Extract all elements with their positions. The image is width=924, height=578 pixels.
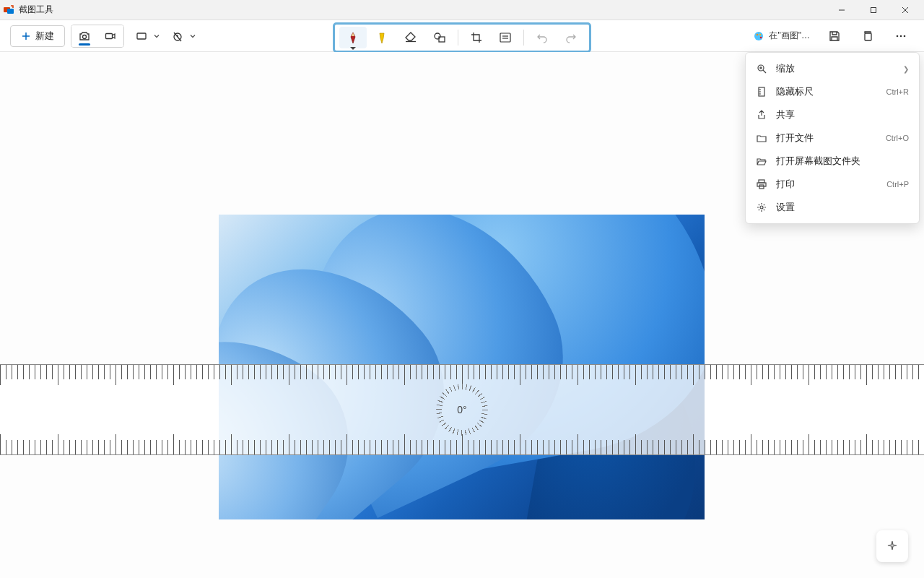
menu-item-open-screenshots-folder[interactable]: 打开屏幕截图文件夹 bbox=[746, 150, 919, 173]
svg-point-20 bbox=[754, 32, 763, 40]
more-button[interactable] bbox=[888, 25, 914, 47]
redo-button[interactable] bbox=[557, 27, 585, 48]
svg-rect-36 bbox=[759, 180, 764, 183]
svg-point-15 bbox=[435, 33, 440, 39]
ruler[interactable]: 0° bbox=[0, 364, 924, 455]
svg-rect-17 bbox=[500, 33, 510, 42]
ruler-angle-label: 0° bbox=[436, 384, 488, 436]
menu-item-hide-ruler[interactable]: 隐藏标尺 Ctrl+R bbox=[746, 80, 919, 103]
sparkle-icon bbox=[885, 539, 899, 553]
menu-item-label: 打开文件 bbox=[776, 131, 814, 144]
menu-item-zoom[interactable]: 缩放 ❯ bbox=[746, 57, 919, 80]
gear-icon bbox=[756, 202, 767, 213]
folder-icon bbox=[756, 132, 767, 144]
pen-tool-button[interactable] bbox=[339, 27, 367, 48]
app-title: 截图工具 bbox=[19, 4, 826, 16]
menu-item-share[interactable]: 共享 bbox=[746, 103, 919, 126]
more-menu: 缩放 ❯ 隐藏标尺 Ctrl+R 共享 打开文件 Ctrl+O 打开屏幕截图文件… bbox=[745, 52, 920, 224]
menu-item-open-file[interactable]: 打开文件 Ctrl+O bbox=[746, 126, 919, 150]
undo-icon bbox=[536, 32, 548, 43]
new-button[interactable]: 新建 bbox=[10, 25, 65, 47]
plus-icon bbox=[21, 31, 31, 41]
maximize-button[interactable] bbox=[858, 0, 889, 20]
rectangle-icon bbox=[136, 30, 147, 42]
undo-button[interactable] bbox=[528, 27, 556, 48]
new-button-label: 新建 bbox=[35, 30, 54, 43]
close-button[interactable] bbox=[889, 0, 921, 20]
menu-item-label: 隐藏标尺 bbox=[776, 85, 814, 98]
minimize-button[interactable] bbox=[826, 0, 858, 20]
save-button[interactable] bbox=[821, 25, 847, 47]
separator bbox=[523, 30, 524, 46]
svg-point-23 bbox=[760, 36, 762, 38]
capture-mode-toggle bbox=[71, 25, 124, 48]
text-extract-button[interactable] bbox=[492, 27, 519, 48]
annotation-tools bbox=[333, 22, 591, 53]
more-icon bbox=[895, 30, 907, 42]
help-button[interactable] bbox=[876, 530, 908, 562]
edit-in-paint-button[interactable]: 在"画图"… bbox=[749, 27, 814, 45]
svg-rect-3 bbox=[871, 7, 876, 12]
folder-open-icon bbox=[756, 155, 767, 167]
menu-item-label: 打印 bbox=[776, 178, 795, 191]
chevron-right-icon: ❯ bbox=[903, 65, 909, 73]
crop-icon bbox=[471, 32, 482, 43]
toolbar: 新建 bbox=[0, 20, 924, 52]
timer-off-icon bbox=[172, 30, 183, 42]
menu-item-label: 打开屏幕截图文件夹 bbox=[776, 155, 860, 168]
ruler-icon bbox=[756, 86, 767, 98]
video-mode-button[interactable] bbox=[97, 25, 123, 47]
svg-point-39 bbox=[760, 206, 763, 209]
menu-item-settings[interactable]: 设置 bbox=[746, 196, 919, 219]
eraser-icon bbox=[404, 32, 417, 43]
app-icon bbox=[3, 4, 14, 16]
svg-point-25 bbox=[897, 35, 899, 37]
separator bbox=[458, 30, 458, 46]
menu-item-print[interactable]: 打印 Ctrl+P bbox=[746, 173, 919, 196]
paint-icon bbox=[753, 30, 764, 42]
svg-point-27 bbox=[904, 35, 906, 37]
menu-item-label: 设置 bbox=[776, 201, 795, 214]
chevron-down-icon[interactable] bbox=[153, 33, 160, 40]
svg-point-21 bbox=[757, 33, 759, 35]
zoom-icon bbox=[756, 63, 767, 74]
pen-icon bbox=[347, 31, 359, 44]
delay-button[interactable] bbox=[165, 25, 191, 47]
menu-shortcut: Ctrl+O bbox=[886, 134, 909, 142]
menu-shortcut: Ctrl+R bbox=[886, 87, 909, 96]
save-icon bbox=[829, 30, 840, 42]
video-icon bbox=[105, 30, 116, 42]
highlighter-icon bbox=[376, 31, 388, 44]
svg-point-26 bbox=[900, 35, 902, 37]
text-actions-icon bbox=[499, 32, 512, 43]
camera-icon bbox=[79, 30, 90, 42]
svg-line-29 bbox=[763, 70, 766, 73]
highlighter-tool-button[interactable] bbox=[368, 27, 396, 48]
svg-rect-10 bbox=[137, 33, 146, 39]
shapes-tool-button[interactable] bbox=[426, 27, 453, 48]
eraser-tool-button[interactable] bbox=[397, 27, 424, 48]
share-icon bbox=[756, 109, 767, 121]
menu-item-label: 缩放 bbox=[776, 62, 795, 75]
chevron-down-icon[interactable] bbox=[189, 33, 196, 40]
svg-point-22 bbox=[759, 33, 762, 35]
svg-point-8 bbox=[83, 35, 87, 38]
svg-rect-24 bbox=[865, 33, 871, 40]
titlebar: 截图工具 bbox=[0, 0, 924, 20]
svg-rect-9 bbox=[106, 33, 113, 38]
copy-button[interactable] bbox=[855, 25, 881, 47]
shapes-icon bbox=[433, 32, 446, 43]
menu-shortcut: Ctrl+P bbox=[886, 180, 909, 189]
menu-item-label: 共享 bbox=[776, 108, 795, 121]
svg-rect-1 bbox=[7, 9, 14, 14]
screenshot-mode-button[interactable] bbox=[71, 25, 97, 47]
paint-link-label: 在"画图"… bbox=[769, 30, 810, 42]
shape-mode-button[interactable] bbox=[128, 25, 154, 47]
copy-icon bbox=[862, 30, 873, 42]
print-icon bbox=[756, 178, 767, 190]
crop-tool-button[interactable] bbox=[463, 27, 490, 48]
redo-icon bbox=[565, 32, 577, 43]
